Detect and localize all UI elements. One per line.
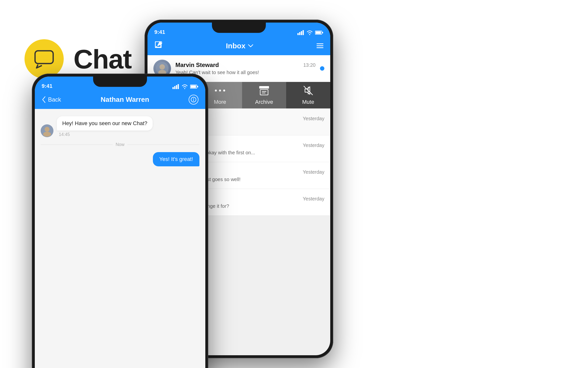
chevron-down-icon xyxy=(248,44,253,48)
info-button[interactable] xyxy=(189,95,198,105)
inbox-title-group[interactable]: Inbox xyxy=(226,42,253,50)
svg-point-5 xyxy=(309,34,310,35)
bubble-content-1: Hey! Have you seen our new Chat? 14:45 xyxy=(57,116,153,137)
message-bubble-text-1: Hey! Have you seen our new Chat? xyxy=(57,116,153,131)
svg-point-47 xyxy=(45,127,49,132)
status-icons-chat xyxy=(172,84,198,89)
message-sent-1: Yes! It's great! xyxy=(41,152,199,166)
svg-rect-1 xyxy=(297,33,299,35)
status-time-chat: 9:41 xyxy=(42,83,52,89)
app-title: Chat xyxy=(74,43,131,75)
message-received-1: Hey! Have you seen our new Chat? 14:45 xyxy=(41,116,199,137)
svg-rect-7 xyxy=(316,31,321,34)
compose-button[interactable] xyxy=(154,41,163,51)
chat-phone-inner: 9:41 xyxy=(35,77,205,368)
archive-icon xyxy=(259,85,270,96)
divider-text: Now xyxy=(116,142,124,147)
chevron-left-icon xyxy=(42,96,46,103)
unread-dot-marvin xyxy=(320,66,324,71)
message-content-marvin: Marvin Steward 13:20 Yeah! Can't wait to… xyxy=(175,62,316,75)
message-time-marvin: 13:20 xyxy=(303,62,316,68)
hamburger-menu-button[interactable] xyxy=(317,43,323,48)
sender-avatar xyxy=(41,124,53,137)
message-time-black: Yesterday xyxy=(303,169,324,175)
back-label: Back xyxy=(48,96,61,103)
archive-action-button[interactable]: Archive xyxy=(242,82,286,108)
svg-point-20 xyxy=(215,90,217,92)
message-time-office: Yesterday xyxy=(303,143,324,148)
message-time-jones: Yesterday xyxy=(303,196,324,202)
inbox-label: Inbox xyxy=(226,42,245,50)
svg-point-15 xyxy=(159,64,165,70)
chat-body: Hey! Have you seen our new Chat? 14:45 N… xyxy=(35,109,205,174)
svg-point-21 xyxy=(219,90,221,92)
battery-icon xyxy=(315,30,323,35)
sent-bubble-text: Yes! It's great! xyxy=(153,152,199,166)
logo-circle xyxy=(24,39,64,79)
phone-notch xyxy=(212,23,266,33)
back-button[interactable]: Back xyxy=(42,96,61,103)
svg-rect-37 xyxy=(176,85,177,89)
logo-area: Chat xyxy=(24,39,131,79)
svg-rect-4 xyxy=(303,30,304,35)
svg-rect-23 xyxy=(259,86,269,89)
chat-bubble-icon xyxy=(33,48,55,70)
svg-rect-8 xyxy=(322,32,323,33)
time-divider: Now xyxy=(41,142,199,147)
inbox-header: Inbox xyxy=(147,37,330,55)
swipe-actions: More Archive xyxy=(198,82,330,108)
message-top-marvin: Marvin Steward 13:20 xyxy=(175,62,316,68)
chat-header: Back Nathan Warren xyxy=(35,91,205,109)
svg-rect-2 xyxy=(299,32,300,35)
more-label: More xyxy=(214,99,226,105)
svg-rect-0 xyxy=(35,51,53,64)
svg-rect-35 xyxy=(172,87,174,89)
svg-rect-24 xyxy=(260,90,268,95)
svg-rect-41 xyxy=(191,85,196,88)
status-time-inbox: 9:41 xyxy=(154,29,165,35)
svg-point-22 xyxy=(223,90,225,92)
mute-action-button[interactable]: Mute xyxy=(286,82,330,108)
status-icons-inbox xyxy=(297,30,323,35)
more-dots-icon xyxy=(215,85,225,96)
svg-point-45 xyxy=(193,98,194,99)
svg-rect-42 xyxy=(197,86,198,87)
chat-phone: 9:41 xyxy=(32,74,208,368)
svg-point-48 xyxy=(43,132,51,137)
message-time-1: 14:45 xyxy=(57,132,153,137)
wifi-icon xyxy=(306,30,313,35)
chat-phone-notch xyxy=(93,77,147,87)
mute-icon xyxy=(303,85,314,96)
battery-icon-chat xyxy=(190,84,198,89)
svg-point-39 xyxy=(184,88,185,89)
archive-label: Archive xyxy=(255,99,273,105)
chat-contact-name: Nathan Warren xyxy=(101,96,149,104)
svg-rect-3 xyxy=(301,31,302,35)
svg-rect-36 xyxy=(174,86,175,89)
svg-rect-38 xyxy=(178,84,179,89)
wifi-icon-chat xyxy=(181,84,188,89)
mute-label: Mute xyxy=(302,99,314,105)
info-icon xyxy=(191,97,196,103)
signal-icon xyxy=(297,30,304,35)
message-name-marvin: Marvin Steward xyxy=(175,62,219,68)
message-time-3: Yesterday xyxy=(303,116,324,121)
signal-icon-chat xyxy=(172,84,179,89)
